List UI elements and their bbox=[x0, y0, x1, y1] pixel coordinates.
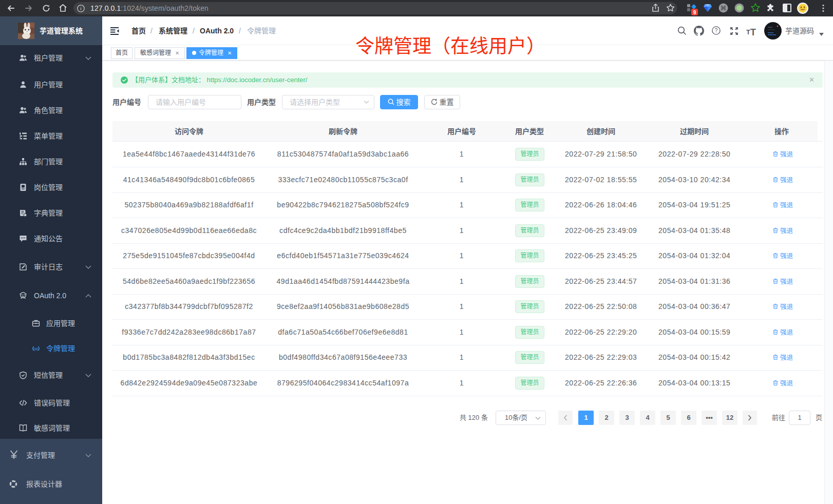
svg-text:(a): (a) bbox=[34, 347, 39, 351]
svg-text:9: 9 bbox=[693, 10, 696, 15]
svg-text:T: T bbox=[746, 28, 750, 36]
svg-text:T: T bbox=[750, 27, 756, 36]
svg-text:?: ? bbox=[715, 27, 718, 33]
svg-text:⌘: ⌘ bbox=[721, 5, 727, 12]
